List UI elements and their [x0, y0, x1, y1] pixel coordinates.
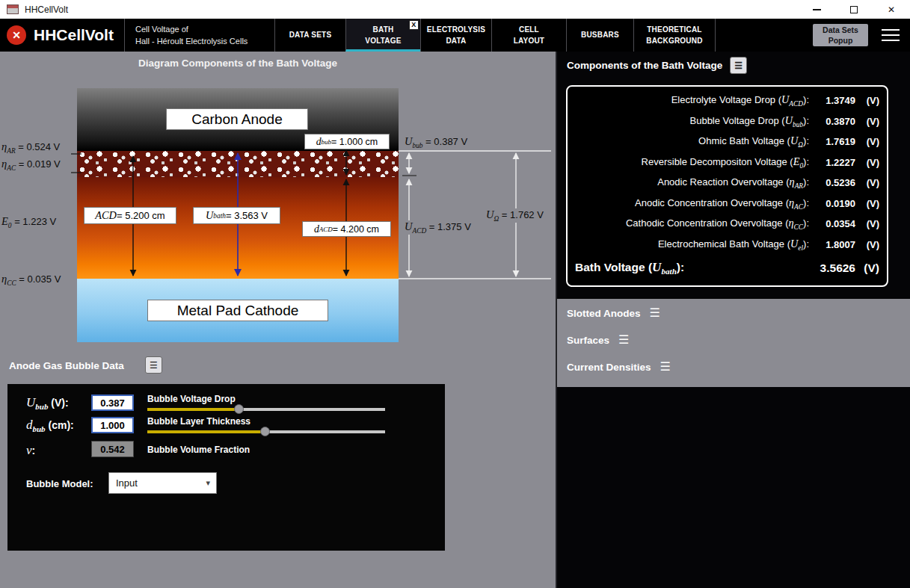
tab-bath-voltage[interactable]: X BATHVOLTAGE — [345, 19, 420, 52]
ubath-value-label: Ubath = 3.563 V — [193, 207, 280, 224]
ubub-annotation: Ubub = 0.387 V — [402, 135, 470, 149]
carbon-anode-label: Carbon Anode — [166, 108, 308, 130]
bubble-layer-thickness-slider-thumb[interactable] — [260, 427, 270, 436]
eta-ar-annotation: ηAR = 0.524 V — [1, 140, 60, 155]
acd-dimension-label: ACD = 5.200 cm — [84, 207, 176, 224]
bubble-layer-thickness-slider-label: Bubble Layer Thickness — [147, 416, 250, 427]
app-logo: ✕ — [0, 19, 34, 52]
result-row-anodic-reaction: Anodic Reaction Overvoltage (ηAR): 0.523… — [575, 173, 879, 194]
close-icon: ✕ — [888, 4, 895, 15]
ubub-input[interactable] — [91, 394, 134, 411]
dbub-input[interactable] — [91, 417, 134, 433]
results-table: Electrolyte Voltage Drop (UACD): 1.3749(… — [566, 85, 888, 287]
result-row-reversible: Reversible Decompositon Voltage (E0): 1.… — [575, 152, 879, 173]
dbub-dimension-label: dbub = 1.000 cm — [304, 134, 390, 149]
bubble-model-value: Input — [116, 477, 138, 489]
hamburger-icon[interactable]: ☰ — [618, 334, 629, 346]
result-row-electrochemical: Electrochemical Bath Voltage (Uel): 1.80… — [575, 235, 879, 256]
bath-voltage-diagram-panel: Diagram Components of the Bath Voltage — [0, 52, 557, 588]
surfaces-menu[interactable]: Surfaces ☰ — [567, 334, 910, 346]
uohm-annotation: UΩ = 1.762 V — [484, 208, 546, 223]
e0-annotation: E0 = 1.223 V — [1, 215, 56, 229]
results-title: Components of the Bath Voltage — [567, 60, 722, 71]
maximize-icon — [850, 6, 858, 13]
current-densities-menu[interactable]: Current Densities ☰ — [567, 361, 910, 373]
maximize-button[interactable] — [835, 0, 873, 19]
app-header: ✕ HHCellVolt Cell Voltage of Hall - Héro… — [0, 19, 910, 52]
eta-cc-annotation: ηCC = 0.035 V — [1, 273, 61, 287]
result-row-bubble: Bubble Voltage Drop (Ubub): 0.3870(V) — [575, 111, 879, 132]
app-subtitle: Cell Voltage of Hall - Héroult Electroly… — [125, 19, 274, 52]
tab-data-sets[interactable]: DATA SETS — [274, 19, 345, 52]
slotted-anodes-menu[interactable]: Slotted Anodes ☰ — [567, 307, 910, 319]
uacd-annotation: UACD = 1.375 V — [402, 220, 473, 235]
gas-bubble-layer-region — [77, 151, 399, 177]
result-row-electrolyte: Electrolyte Voltage Drop (UACD): 1.3749(… — [575, 90, 879, 111]
app-logo-icon: ✕ — [7, 25, 26, 45]
hamburger-menu-icon[interactable] — [882, 29, 900, 42]
window-titlebar: HHCellVolt ✕ — [0, 0, 910, 19]
bubble-voltage-drop-slider-label: Bubble Voltage Drop — [147, 394, 236, 404]
bubble-model-select[interactable]: Input ▾ — [108, 472, 217, 494]
diagram-title: Diagram Components of the Bath Voltage — [77, 58, 399, 69]
result-row-anodic-concentration: Anodic Concentration Overvoltage (ηAC): … — [575, 194, 879, 214]
result-row-cathodic-concentration: Cathodic Concentration Overvoltage (ηCC)… — [575, 214, 879, 235]
window-app-icon — [7, 4, 19, 14]
window-title: HHCellVolt — [25, 4, 68, 15]
volume-fraction-field-label: v: — [26, 443, 35, 458]
data-sets-popup-button[interactable]: Data SetsPopup — [813, 24, 868, 46]
list-icon: ☰ — [150, 360, 158, 371]
tab-theoretical-background[interactable]: THEORETICALBACKGROUND — [633, 19, 716, 52]
results-panel: Components of the Bath Voltage ☰ Electro… — [557, 52, 910, 588]
close-button[interactable]: ✕ — [873, 0, 910, 19]
results-title-row: Components of the Bath Voltage ☰ — [567, 57, 910, 74]
slider-fill — [147, 408, 239, 411]
slider-fill — [147, 430, 265, 433]
bubble-data-panel: Ubub (V): Bubble Voltage Drop dbub (cm):… — [7, 384, 445, 551]
list-icon: ☰ — [734, 61, 743, 71]
bubble-volume-fraction-label: Bubble Volume Fraction — [147, 445, 250, 455]
tab-electrolysis-data[interactable]: ELECTROLYSISDATA — [420, 19, 491, 52]
app-name: HHCellVolt — [34, 19, 124, 52]
bubble-model-label: Bubble Model: — [26, 478, 93, 489]
anode-gas-bubble-data-title: Anode Gas Bubble Data — [9, 360, 124, 371]
tab-cell-layout[interactable]: CELLLAYOUT — [491, 19, 566, 52]
tab-busbars[interactable]: BUSBARS — [566, 19, 633, 52]
hamburger-icon[interactable]: ☰ — [660, 361, 671, 373]
chevron-down-icon: ▾ — [206, 478, 216, 488]
result-row-ohmic: Ohmic Bath Voltage (UΩ): 1.7619(V) — [575, 131, 879, 152]
results-menu-button[interactable]: ☰ — [730, 57, 747, 74]
bubble-voltage-drop-slider[interactable] — [147, 408, 385, 411]
bubble-volume-fraction-output — [91, 441, 134, 457]
right-panel-empty-area — [557, 387, 910, 588]
minimize-icon — [813, 9, 821, 10]
tab-close-icon[interactable]: X — [409, 20, 419, 30]
eta-ac-annotation: ηAC = 0.019 V — [1, 158, 61, 172]
ubub-field-label: Ubub (V): — [26, 395, 69, 411]
side-menus-section: Slotted Anodes ☰ Surfaces ☰ Current Dens… — [557, 299, 910, 387]
header-right-controls: Data SetsPopup — [813, 19, 910, 52]
main-tabs: DATA SETS X BATHVOLTAGE ELECTROLYSISDATA… — [274, 19, 716, 52]
hamburger-icon[interactable]: ☰ — [650, 307, 660, 319]
metal-pad-cathode-label: Metal Pad Cathode — [147, 300, 328, 321]
dbub-field-label: dbub (cm): — [26, 418, 74, 433]
main-content: Diagram Components of the Bath Voltage — [0, 52, 910, 588]
bath-voltage-results-section: Components of the Bath Voltage ☰ Electro… — [557, 52, 910, 299]
dacd-dimension-label: dACD = 4.200 cm — [302, 221, 391, 237]
result-row-bath-voltage-total: Bath Voltage (Ubath): 3.5626(V) — [575, 255, 879, 282]
bubble-voltage-drop-slider-thumb[interactable] — [234, 404, 244, 414]
minimize-button[interactable] — [798, 0, 835, 19]
bubble-data-menu-button[interactable]: ☰ — [145, 356, 162, 374]
